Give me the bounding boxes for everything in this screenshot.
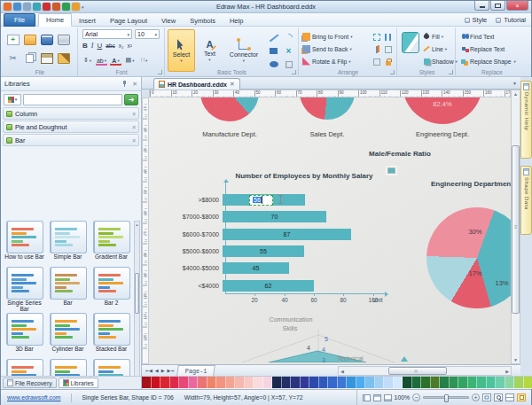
basic-tools-dialog-launcher[interactable] (292, 70, 296, 74)
palette-swatch[interactable] (142, 377, 152, 388)
palette-swatch[interactable] (514, 377, 524, 388)
palette-swatch[interactable] (431, 377, 441, 388)
magnifier-icon[interactable] (494, 393, 503, 401)
radar-chart[interactable]: Communication Skills 5 4 4 3 Technical (233, 310, 428, 362)
palette-swatch[interactable] (375, 377, 385, 388)
font-dialog-launcher[interactable] (158, 70, 162, 74)
export-ppt-icon[interactable] (52, 3, 60, 11)
menu-tab-view[interactable]: View (154, 15, 183, 27)
palette-swatch[interactable] (338, 377, 348, 388)
bar-row[interactable]: $5000-$600055 (149, 243, 415, 260)
library-item-how-to-use-bar[interactable]: How to use Bar (3, 221, 46, 267)
palette-swatch[interactable] (487, 377, 497, 388)
palette-swatch[interactable] (458, 377, 468, 388)
palette-swatch[interactable] (468, 377, 478, 388)
styles-dialog-launcher[interactable] (449, 70, 453, 74)
palette-swatch[interactable] (198, 377, 207, 388)
underline-icon[interactable]: U (97, 42, 102, 50)
export-svg-icon[interactable] (62, 3, 70, 11)
horizontal-scroll-thumb[interactable] (388, 367, 447, 375)
text-tool-button[interactable]: A Text ▾ (199, 31, 221, 70)
rectangle-tool-icon[interactable] (267, 45, 280, 57)
last-page-button[interactable]: ▶⯮ (168, 368, 175, 374)
pan-mode-icon[interactable] (517, 393, 526, 401)
fit-window-icon[interactable] (482, 393, 491, 401)
document-close-icon[interactable]: ✕ (230, 81, 235, 88)
menu-tutorial[interactable]: Tutorial (496, 16, 526, 24)
highlight-icon[interactable]: ab (96, 55, 107, 66)
palette-swatch[interactable] (152, 377, 161, 388)
subscript-icon[interactable]: x₂ (119, 43, 124, 49)
move-tool-icon[interactable] (33, 3, 41, 11)
palette-swatch[interactable] (207, 377, 217, 388)
arrange-item-bring-to-front[interactable]: Bring to Front▾ (302, 30, 352, 43)
palette-swatch[interactable] (421, 377, 431, 388)
painter-icon[interactable] (58, 53, 70, 64)
bar-row[interactable]: $7000-$800070 (149, 208, 415, 225)
library-group-column[interactable]: Column× (3, 107, 139, 120)
line-spacing-icon[interactable]: ⇕ (82, 55, 93, 66)
palette-swatch[interactable] (356, 377, 366, 388)
tab-list-dropdown-icon[interactable]: ▼ (512, 81, 517, 86)
replace-item-replace-shape[interactable]: Replace Shape▾ (459, 55, 516, 67)
style-item-fill[interactable]: Fill▾ (423, 30, 458, 43)
palette-swatch[interactable] (245, 377, 254, 388)
palette-swatch[interactable] (384, 377, 394, 388)
drawing-canvas[interactable]: Male/Female Ratio Number of Employees by… (149, 97, 511, 364)
edrawsoft-link[interactable]: www.edrawsoft.com (1, 394, 66, 401)
palette-swatch[interactable] (189, 377, 199, 388)
bar-value-editbox[interactable]: 56 (249, 195, 273, 206)
library-item-bar[interactable]: Bar (46, 267, 90, 313)
pie-chart-title[interactable]: Engineering Department (431, 180, 511, 188)
bar-row[interactable]: <$400062 (149, 276, 415, 293)
align-flag-icon[interactable] (372, 46, 380, 54)
replace-item-replace-text[interactable]: Replace Text (459, 43, 516, 55)
bullets-icon[interactable]: ∷ (138, 55, 150, 66)
redo-icon[interactable] (23, 3, 31, 11)
palette-swatch[interactable] (365, 377, 375, 388)
palette-swatch[interactable] (403, 377, 412, 388)
palette-swatch[interactable] (226, 377, 236, 388)
first-page-button[interactable]: ⯬◀ (145, 368, 153, 374)
close-icon[interactable]: × (132, 124, 136, 130)
zoom-slider-thumb[interactable] (444, 394, 449, 402)
palette-swatch[interactable] (412, 377, 422, 388)
zoom-in-button[interactable]: + (472, 393, 480, 401)
strikethrough-icon[interactable]: abc (106, 43, 114, 49)
library-item-bar-2[interactable]: Bar 2 (90, 267, 133, 313)
close-icon[interactable]: × (132, 137, 136, 144)
palette-swatch[interactable] (319, 377, 329, 388)
arrange-item-send-to-back[interactable]: Send to Back▾ (302, 43, 352, 55)
scroll-right-icon[interactable]: ▶ (505, 369, 509, 374)
palette-swatch[interactable] (235, 377, 245, 388)
copy-icon[interactable] (26, 54, 34, 63)
close-button[interactable]: × (506, 1, 528, 11)
save-icon[interactable] (41, 35, 53, 45)
undo-icon[interactable] (13, 3, 21, 11)
scroll-up-icon[interactable]: ▲ (512, 91, 520, 97)
prev-page-button[interactable]: ◀ (155, 368, 159, 374)
paste-icon[interactable] (41, 53, 53, 64)
style-item-shadow[interactable]: Shadow▾ (423, 55, 458, 67)
bar-row[interactable]: >$800056 (149, 191, 415, 208)
print-layout-icon[interactable] (373, 394, 381, 401)
bar-7000-8000[interactable]: 70 (223, 211, 326, 222)
library-item-simple-bar[interactable]: Simple Bar (46, 221, 90, 267)
superscript-icon[interactable]: x² (128, 43, 132, 49)
open-icon[interactable] (24, 35, 36, 45)
palette-swatch[interactable] (272, 377, 282, 388)
palette-swatch[interactable] (496, 377, 505, 388)
palette-swatch[interactable] (254, 377, 263, 388)
menu-tab-home[interactable]: Home (38, 13, 72, 27)
grid-view-icon[interactable] (505, 393, 514, 401)
palette-swatch[interactable] (263, 377, 273, 388)
font-family-select[interactable]: Arial▾ (82, 29, 132, 39)
style-item-line[interactable]: Line▾ (423, 43, 458, 55)
cut-icon[interactable] (7, 53, 20, 64)
bar-4000-5000[interactable]: 45 (223, 262, 289, 274)
bar-5000-6000[interactable]: 55 (223, 245, 304, 257)
line-tool-icon[interactable] (267, 32, 280, 43)
palette-swatch[interactable] (505, 377, 515, 388)
palette-swatch[interactable] (394, 377, 403, 388)
menu-style[interactable]: Style (465, 16, 488, 24)
